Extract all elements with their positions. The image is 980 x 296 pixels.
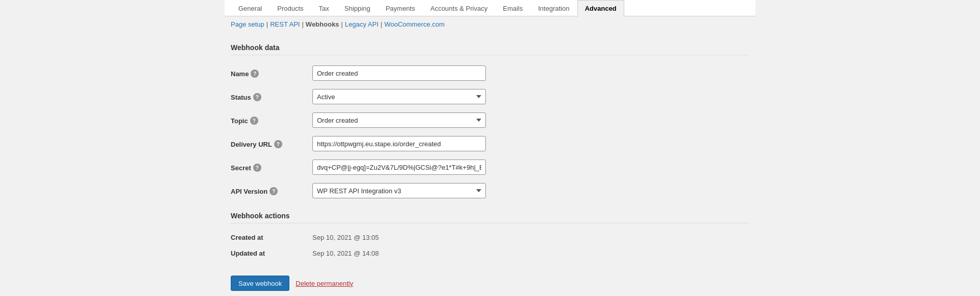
delivery-url-row: Delivery URL ? (231, 132, 749, 155)
api-version-help-icon[interactable]: ? (270, 187, 278, 195)
sub-nav: Page setup | REST API | Webhooks | Legac… (225, 16, 755, 32)
created-at-value: Sep 10, 2021 @ 13:05 (312, 234, 379, 241)
secret-label-cell: Secret ? (231, 162, 307, 172)
created-at-row: Created at Sep 10, 2021 @ 13:05 (231, 230, 749, 245)
nav-tabs: General Products Tax Shipping Payments A… (225, 0, 755, 16)
delivery-url-label-cell: Delivery URL ? (231, 138, 307, 148)
topic-help-icon[interactable]: ? (250, 117, 258, 125)
api-version-label-cell: API Version ? (231, 185, 307, 195)
secret-help-icon[interactable]: ? (253, 164, 261, 172)
api-version-row: API Version ? WP REST API Integration v3… (231, 179, 749, 202)
secret-field-row (312, 160, 749, 175)
api-version-select[interactable]: WP REST API Integration v3 WP REST API I… (312, 183, 486, 198)
page-wrapper: General Products Tax Shipping Payments A… (225, 0, 755, 296)
tab-payments[interactable]: Payments (378, 0, 423, 16)
name-label-cell: Name ? (231, 67, 307, 78)
name-field-row (312, 65, 749, 81)
subnav-page-setup[interactable]: Page setup (231, 20, 264, 28)
topic-field-row: Order created Order updated Order delete… (312, 112, 749, 128)
name-help-icon[interactable]: ? (251, 70, 259, 78)
api-version-field-row: WP REST API Integration v3 WP REST API I… (312, 183, 749, 198)
sep-1: | (266, 20, 268, 28)
delete-permanently-button[interactable]: Delete permanently (296, 280, 353, 287)
subnav-woocommerce-com[interactable]: WooCommerce.com (384, 20, 445, 28)
updated-at-row: Updated at Sep 10, 2021 @ 14:08 (231, 245, 749, 261)
tab-advanced[interactable]: Advanced (577, 0, 624, 16)
status-select[interactable]: Active Paused Disabled (312, 89, 486, 104)
tab-products[interactable]: Products (270, 0, 311, 16)
topic-label-cell: Topic ? (231, 115, 307, 125)
updated-at-label: Updated at (231, 249, 265, 257)
sep-3: | (341, 20, 342, 28)
content-area: Webhook data Name ? (225, 32, 755, 296)
name-input[interactable] (312, 65, 486, 81)
delivery-url-field-row (312, 136, 749, 151)
secret-row: Secret ? (231, 155, 749, 179)
save-webhook-button[interactable]: Save webhook (231, 276, 289, 291)
status-help-icon[interactable]: ? (253, 93, 261, 101)
secret-label: Secret (231, 164, 251, 172)
created-at-label: Created at (231, 234, 263, 241)
tab-general[interactable]: General (231, 0, 270, 16)
tab-integration[interactable]: Integration (530, 0, 577, 16)
status-row: Status ? Active Paused Disabled (231, 85, 749, 108)
tab-emails[interactable]: Emails (495, 0, 530, 16)
button-row: Save webhook Delete permanently (231, 269, 749, 291)
api-version-label: API Version (231, 188, 267, 195)
webhook-actions-title: Webhook actions (231, 207, 749, 223)
topic-row: Topic ? Order created Order updated Orde… (231, 108, 749, 132)
subnav-legacy-api[interactable]: Legacy API (345, 20, 379, 28)
webhook-data-table: Name ? Status ? (231, 61, 749, 202)
webhook-actions-table: Created at Sep 10, 2021 @ 13:05 Updated … (231, 230, 749, 261)
tab-accounts-privacy[interactable]: Accounts & Privacy (423, 0, 495, 16)
sep-4: | (381, 20, 382, 28)
topic-label: Topic (231, 117, 248, 125)
name-row: Name ? (231, 61, 749, 85)
updated-at-value: Sep 10, 2021 @ 14:08 (312, 249, 379, 257)
status-label-cell: Status ? (231, 91, 307, 101)
name-label: Name (231, 70, 249, 78)
subnav-webhooks-current: Webhooks (306, 20, 339, 28)
tab-tax[interactable]: Tax (311, 0, 337, 16)
secret-input[interactable] (312, 160, 486, 175)
delivery-url-label: Delivery URL (231, 141, 272, 148)
sep-2: | (302, 20, 303, 28)
status-label: Status (231, 94, 251, 101)
status-field-row: Active Paused Disabled (312, 89, 749, 104)
topic-select[interactable]: Order created Order updated Order delete… (312, 112, 486, 128)
tab-shipping[interactable]: Shipping (337, 0, 378, 16)
subnav-rest-api[interactable]: REST API (270, 20, 300, 28)
webhook-data-title: Webhook data (231, 38, 749, 55)
delivery-url-input[interactable] (312, 136, 486, 151)
delivery-url-help-icon[interactable]: ? (274, 140, 282, 148)
